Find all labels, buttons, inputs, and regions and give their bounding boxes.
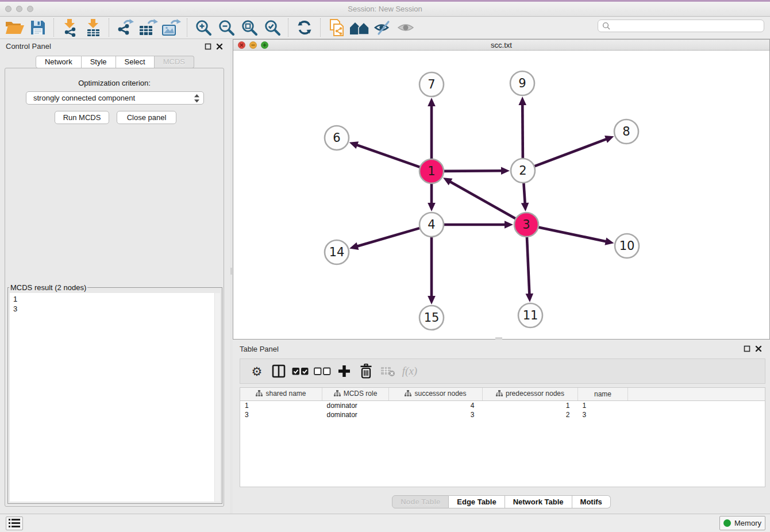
hierarchy-icon [496, 390, 503, 397]
edge-4-14[interactable] [356, 228, 421, 247]
table-settings-button[interactable]: ⚙ [246, 361, 268, 381]
zoom-in-button[interactable] [192, 17, 215, 38]
zoom-selected-button[interactable] [261, 17, 284, 38]
table-cell-filler [628, 401, 765, 411]
edge-3-11[interactable] [527, 236, 530, 295]
delete-column-button[interactable] [355, 361, 377, 381]
edge-arrow-3-11 [526, 294, 534, 302]
save-icon [30, 20, 46, 36]
table-panel: Table Panel ⚙ [233, 340, 770, 514]
list-icon [9, 518, 20, 529]
optimization-criterion-select[interactable]: strongly connected component [26, 91, 204, 105]
import-table-button[interactable] [82, 17, 105, 38]
export-table-button[interactable] [137, 17, 160, 38]
edge-arrow-1-2 [501, 167, 510, 175]
window-title: Session: New Session [0, 5, 770, 13]
network-window-titlebar[interactable]: scc.txt [233, 40, 769, 51]
edge-2-9[interactable] [522, 103, 523, 159]
edge-arrow-1-7 [428, 98, 436, 106]
export-network-button[interactable] [114, 17, 137, 38]
gear-icon: ⚙ [252, 365, 263, 377]
network-view-title: scc.txt [233, 41, 769, 49]
table-cell[interactable]: 3 [240, 410, 322, 419]
task-history-button[interactable] [6, 516, 23, 530]
clone-network-button[interactable] [325, 17, 348, 38]
memory-status-dot [723, 519, 731, 527]
add-column-button[interactable] [333, 361, 355, 381]
table-cell[interactable]: 1 [483, 401, 578, 411]
status-bar: Memory [0, 514, 770, 532]
table-cell[interactable]: dominator [322, 401, 389, 411]
column-header-successor-nodes[interactable]: successor nodes [389, 388, 483, 401]
tab-style[interactable]: Style [82, 56, 116, 68]
memory-button[interactable]: Memory [719, 516, 765, 530]
edge-2-3[interactable] [523, 182, 525, 205]
close-panel-icon[interactable] [216, 43, 223, 50]
toolbar-separator [288, 18, 289, 37]
edge-3-1[interactable] [449, 181, 516, 219]
graph-node-label-9: 9 [518, 76, 526, 90]
deselect-all-button[interactable] [311, 361, 333, 381]
first-neighbors-button[interactable] [348, 17, 371, 38]
zoom-fit-button[interactable] [238, 17, 261, 38]
import-network-button[interactable] [59, 17, 82, 38]
result-scrollbar[interactable] [214, 293, 220, 502]
refresh-button[interactable] [293, 17, 316, 38]
export-image-button[interactable] [160, 17, 183, 38]
close-table-panel-icon[interactable] [755, 345, 762, 352]
table-cell[interactable]: dominator [322, 410, 389, 419]
graph-node-label-3: 3 [522, 218, 530, 232]
toolbar-separator [320, 18, 321, 37]
float-panel-icon[interactable] [205, 43, 211, 50]
run-mcds-button[interactable]: Run MCDS [55, 111, 109, 124]
tab-network[interactable]: Network [36, 56, 82, 68]
search-icon [602, 22, 610, 30]
trash-icon [360, 364, 372, 379]
tab-network-table[interactable]: Network Table [505, 495, 572, 508]
table-cell[interactable]: 1 [578, 401, 628, 411]
table-panel-title: Table Panel [240, 345, 279, 353]
split-panel-button[interactable] [268, 361, 290, 381]
float-table-panel-icon[interactable] [744, 345, 750, 352]
vertical-splitter-handle[interactable] [230, 268, 232, 275]
edge-1-2[interactable] [443, 171, 503, 171]
column-header-MCDS-role[interactable]: MCDS role [322, 388, 389, 401]
tab-node-table[interactable]: Node Table [392, 495, 449, 508]
tab-edge-table[interactable]: Edge Table [449, 495, 505, 508]
search-box[interactable] [598, 20, 764, 32]
zoom-out-button[interactable] [215, 17, 238, 38]
network-graph[interactable]: 7968124314101511 [233, 51, 769, 339]
hide-selected-button[interactable] [371, 17, 394, 38]
table-cell[interactable]: 1 [240, 401, 322, 411]
network-canvas[interactable]: 7968124314101511 [233, 51, 769, 339]
table-row[interactable]: 3dominator323 [240, 410, 765, 419]
column-header-shared-name[interactable]: shared name [240, 388, 322, 401]
table-cell[interactable]: 3 [578, 410, 628, 419]
edge-3-10[interactable] [538, 227, 607, 242]
hierarchy-icon [405, 390, 411, 397]
tab-motifs[interactable]: Motifs [572, 495, 611, 508]
eye-slash-icon [374, 20, 392, 36]
table-cell[interactable]: 2 [483, 410, 578, 419]
column-header-name[interactable]: name [578, 388, 628, 401]
graph-node-label-4: 4 [428, 218, 435, 232]
application-window: Session: New Session [0, 0, 770, 532]
function-builder-button: f(x) [399, 361, 421, 381]
fx-icon: f(x) [402, 365, 417, 377]
open-file-button[interactable] [3, 17, 26, 38]
table-row[interactable]: 1dominator411 [240, 401, 765, 411]
zoom-out-icon [218, 19, 235, 36]
mcds-result-area[interactable]: 1 3 [10, 293, 220, 502]
select-all-button[interactable] [290, 361, 311, 381]
tab-mcds[interactable]: MCDS [155, 56, 194, 68]
zoom-in-icon [195, 19, 212, 36]
tab-select[interactable]: Select [116, 56, 155, 68]
table-cell[interactable]: 3 [389, 410, 483, 419]
edge-2-8[interactable] [534, 138, 608, 167]
close-panel-button[interactable]: Close panel [117, 111, 176, 124]
search-input[interactable] [613, 20, 764, 32]
column-header-predecessor-nodes[interactable]: predecessor nodes [483, 388, 578, 401]
save-session-button[interactable] [26, 17, 49, 38]
edge-1-6[interactable] [356, 145, 421, 168]
table-cell[interactable]: 4 [389, 401, 483, 411]
